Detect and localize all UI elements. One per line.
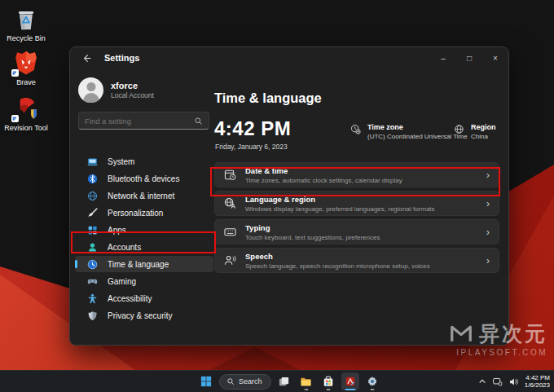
tray-chevron-up-icon[interactable] bbox=[478, 377, 486, 385]
settings-cards: Date & time Time zones, automatic clock … bbox=[214, 162, 499, 276]
taskbar-search-label: Search bbox=[239, 377, 262, 385]
card-language-region[interactable]: Language & region Windows display langua… bbox=[214, 191, 499, 216]
tray-hardware-icon[interactable] bbox=[492, 377, 503, 387]
revision-tool-taskbar-icon bbox=[345, 376, 356, 387]
user-account-row[interactable]: xforce Local Account bbox=[75, 72, 211, 104]
card-description: Windows display language, preferred lang… bbox=[245, 205, 435, 213]
sidebar-item-label: Accounts bbox=[108, 243, 141, 252]
clock-date: Friday, January 6, 2023 bbox=[215, 143, 288, 151]
brave-browser-icon bbox=[12, 49, 40, 77]
task-view-icon bbox=[278, 376, 290, 388]
settings-search-box[interactable] bbox=[78, 112, 209, 130]
sidebar-item-apps[interactable]: Apps bbox=[75, 222, 213, 238]
speech-icon bbox=[224, 254, 236, 266]
user-account-type: Local Account bbox=[111, 91, 154, 99]
timezone-value: (UTC) Coordinated Universal Time bbox=[367, 133, 468, 140]
settings-nav: System Bluetooth & devices Network & int… bbox=[75, 153, 213, 324]
settings-main-panel: Time & language 4:42 PM Friday, January … bbox=[214, 68, 508, 345]
sidebar-item-privacy-security[interactable]: Privacy & security bbox=[75, 307, 213, 324]
user-name: xforce bbox=[111, 81, 154, 91]
desktop-icon-recycle-bin[interactable]: Recycle Bin bbox=[0, 5, 52, 42]
desktop: { "desktop": { "icons": [ { "label": "Re… bbox=[0, 0, 554, 392]
shortcut-arrow-badge bbox=[11, 115, 19, 122]
sidebar-item-label: Privacy & security bbox=[108, 311, 172, 320]
search-icon bbox=[194, 117, 203, 126]
tray-time: 4:42 PM bbox=[525, 374, 550, 382]
typing-keyboard-icon bbox=[224, 226, 236, 238]
bluetooth-icon bbox=[87, 174, 98, 184]
timezone-label: Time zone bbox=[367, 122, 468, 132]
card-title: Speech bbox=[245, 252, 430, 262]
minimize-button[interactable]: – bbox=[430, 47, 456, 68]
sidebar-item-label: System bbox=[108, 157, 134, 166]
tray-clock[interactable]: 4:42 PM 1/6/2023 bbox=[525, 374, 550, 390]
window-title: Settings bbox=[104, 53, 139, 63]
region-summary: Region China bbox=[454, 122, 496, 140]
sidebar-item-system[interactable]: System bbox=[75, 153, 213, 170]
settings-search-input[interactable] bbox=[85, 117, 194, 126]
chevron-right-icon: › bbox=[486, 198, 490, 209]
card-title: Typing bbox=[245, 223, 380, 233]
card-speech[interactable]: Speech Speech language, speech recogniti… bbox=[214, 248, 499, 273]
sidebar-item-label: Time & language bbox=[108, 260, 169, 269]
sidebar-item-label: Gaming bbox=[108, 277, 136, 286]
taskbar-search[interactable]: Search bbox=[219, 374, 271, 390]
desktop-icon-revision-tool[interactable]: Revision Tool bbox=[0, 95, 52, 132]
file-explorer-icon bbox=[300, 376, 312, 388]
desktop-icon-label: Revision Tool bbox=[0, 124, 52, 132]
chevron-right-icon: › bbox=[486, 227, 490, 237]
task-view-button[interactable] bbox=[275, 372, 293, 390]
card-description: Time zones, automatic clock settings, ca… bbox=[245, 177, 402, 184]
search-icon bbox=[226, 377, 235, 385]
region-globe-icon bbox=[454, 124, 464, 134]
start-button[interactable] bbox=[197, 372, 215, 390]
clock-time: 4:42 PM bbox=[214, 117, 291, 140]
timezone-summary: Time zone (UTC) Coordinated Universal Ti… bbox=[350, 122, 468, 140]
running-indicator bbox=[370, 389, 374, 390]
volume-icon[interactable] bbox=[508, 377, 519, 387]
user-avatar bbox=[78, 77, 103, 103]
sidebar-item-time-language[interactable]: Time & language bbox=[75, 256, 213, 272]
running-indicator bbox=[304, 389, 308, 390]
sidebar-item-accounts[interactable]: Accounts bbox=[75, 239, 213, 255]
back-button[interactable] bbox=[80, 51, 93, 64]
revision-tool-taskbar-button[interactable] bbox=[341, 372, 359, 390]
settings-gear-icon bbox=[367, 376, 378, 387]
windows-logo-icon bbox=[200, 376, 212, 387]
file-explorer-button[interactable] bbox=[297, 372, 315, 390]
window-titlebar: Settings – □ × bbox=[70, 47, 508, 68]
sidebar-item-accessibility[interactable]: Accessibility bbox=[75, 290, 213, 306]
privacy-shield-icon bbox=[87, 311, 98, 321]
revision-tool-icon bbox=[12, 95, 40, 122]
timezone-icon bbox=[350, 124, 361, 134]
accessibility-person-icon bbox=[87, 293, 98, 304]
active-running-indicator bbox=[345, 389, 355, 390]
sidebar-item-label: Apps bbox=[108, 226, 126, 235]
tray-date: 1/6/2023 bbox=[525, 381, 550, 390]
settings-taskbar-button[interactable] bbox=[363, 372, 381, 390]
maximize-button[interactable]: □ bbox=[456, 47, 482, 68]
card-typing[interactable]: Typing Touch keyboard, text suggestions,… bbox=[214, 219, 499, 244]
time-language-clock-icon bbox=[87, 259, 98, 270]
sidebar-item-gaming[interactable]: Gaming bbox=[75, 273, 213, 289]
microsoft-store-button[interactable] bbox=[319, 372, 337, 390]
page-title: Time & language bbox=[214, 90, 322, 106]
card-description: Touch keyboard, text suggestions, prefer… bbox=[245, 234, 380, 241]
sidebar-item-bluetooth-devices[interactable]: Bluetooth & devices bbox=[75, 170, 213, 187]
sidebar-item-network-internet[interactable]: Network & internet bbox=[75, 187, 213, 204]
card-date-time[interactable]: Date & time Time zones, automatic clock … bbox=[214, 162, 499, 187]
shortcut-arrow-badge bbox=[11, 69, 19, 77]
language-region-icon bbox=[224, 197, 236, 209]
close-button[interactable]: × bbox=[482, 47, 508, 68]
date-time-icon bbox=[224, 169, 236, 181]
card-title: Language & region bbox=[245, 195, 435, 205]
card-title: Date & time bbox=[245, 166, 402, 176]
recycle-bin-icon bbox=[12, 5, 40, 33]
sidebar-item-personalization[interactable]: Personalization bbox=[75, 205, 213, 221]
chevron-right-icon: › bbox=[486, 255, 490, 266]
taskbar: Search bbox=[0, 370, 554, 392]
gaming-controller-icon bbox=[87, 276, 98, 287]
desktop-icon-brave[interactable]: Brave bbox=[0, 49, 52, 86]
network-globe-icon bbox=[87, 191, 98, 201]
region-label: Region bbox=[471, 122, 496, 132]
